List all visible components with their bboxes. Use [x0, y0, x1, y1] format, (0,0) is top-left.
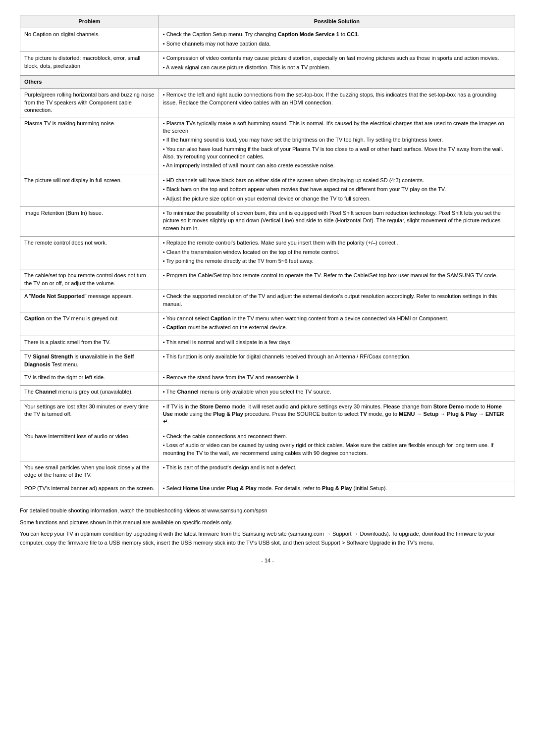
solution-cell: This smell is normal and will dissipate …	[159, 336, 515, 350]
table-row: The Channel menu is grey out (unavailabl…	[20, 386, 515, 400]
problem-cell: You see small particles when you look cl…	[20, 461, 159, 482]
solution-item: The Channel menu is only available when …	[163, 388, 511, 396]
solution-cell: Replace the remote control's batteries. …	[159, 237, 515, 269]
solution-item: Select Home Use under Plug & Play mode. …	[163, 485, 511, 492]
troubleshoot-table: Problem Possible Solution No Caption on …	[20, 15, 515, 497]
problem-cell: The picture will not display in full scr…	[20, 174, 159, 206]
table-row: You see small particles when you look cl…	[20, 461, 515, 482]
table-row: The picture is distorted: macroblock, er…	[20, 52, 515, 76]
solution-cell: Compression of video contents may cause …	[159, 52, 515, 76]
solution-cell: HD channels will have black bars on eith…	[159, 174, 515, 206]
solution-item: This function is only available for digi…	[163, 353, 511, 360]
solution-cell: You cannot select Caption in the TV menu…	[159, 312, 515, 336]
solution-cell: Plasma TVs typically make a soft humming…	[159, 117, 515, 174]
problem-cell: Plasma TV is making humming noise.	[20, 117, 159, 174]
col2-header: Possible Solution	[159, 15, 515, 28]
solution-item: To minimize the possibility of screen bu…	[163, 209, 511, 232]
problem-cell: Purple/green rolling horizontal bars and…	[20, 89, 159, 117]
table-row: The picture will not display in full scr…	[20, 174, 515, 206]
solution-cell: Program the Cable/Set top box remote con…	[159, 269, 515, 290]
solution-item: Replace the remote control's batteries. …	[163, 239, 511, 247]
solution-item: Program the Cable/Set top box remote con…	[163, 272, 511, 279]
solution-cell: Remove the stand base from the TV and re…	[159, 371, 515, 385]
solution-item: Caption must be activated on the externa…	[163, 324, 511, 331]
solution-item: You cannot select Caption in the TV menu…	[163, 315, 511, 322]
solution-item: Compression of video contents may cause …	[163, 54, 511, 62]
problem-cell: No Caption on digital channels.	[20, 28, 159, 52]
problem-cell: Caption on the TV menu is greyed out.	[20, 312, 159, 336]
table-row: Plasma TV is making humming noise.Plasma…	[20, 117, 515, 174]
footer-section: For detailed trouble shooting informatio…	[20, 506, 515, 547]
solution-item: This smell is normal and will dissipate …	[163, 339, 511, 346]
solution-item: If TV is in the Store Demo mode, it will…	[163, 403, 511, 426]
solution-cell: Check the supported resolution of the TV…	[159, 290, 515, 312]
col1-header: Problem	[20, 15, 159, 28]
solution-cell: Remove the left and right audio connecti…	[159, 89, 515, 117]
solution-item: Loss of audio or video can be caused by …	[163, 442, 511, 457]
table-row: TV is tilted to the right or left side.R…	[20, 371, 515, 385]
footer-line2: Some functions and pictures shown in thi…	[20, 518, 515, 527]
solution-cell: The Channel menu is only available when …	[159, 386, 515, 400]
problem-cell: There is a plastic smell from the TV.	[20, 336, 159, 350]
solution-item: Check the Caption Setup menu. Try changi…	[163, 31, 511, 38]
table-row: A "Mode Not Supported" message appears.C…	[20, 290, 515, 312]
solution-cell: Check the Caption Setup menu. Try changi…	[159, 28, 515, 52]
solution-item: Adjust the picture size option on your e…	[163, 195, 511, 202]
problem-cell: The cable/set top box remote control doe…	[20, 269, 159, 290]
solution-item: This is part of the product's design and…	[163, 464, 511, 471]
problem-cell: The Channel menu is grey out (unavailabl…	[20, 386, 159, 400]
table-row: Caption on the TV menu is greyed out.You…	[20, 312, 515, 336]
problem-cell: The remote control does not work.	[20, 237, 159, 269]
table-row: Purple/green rolling horizontal bars and…	[20, 89, 515, 117]
section-header-row: Others	[20, 75, 515, 88]
table-row: The cable/set top box remote control doe…	[20, 269, 515, 290]
solution-cell: Select Home Use under Plug & Play mode. …	[159, 482, 515, 496]
table-row: The remote control does not work.Replace…	[20, 237, 515, 269]
problem-cell: POP (TV's internal banner ad) appears on…	[20, 482, 159, 496]
problem-cell: TV Signal Strength is unavailable in the…	[20, 351, 159, 371]
solution-cell: If TV is in the Store Demo mode, it will…	[159, 400, 515, 430]
solution-item: If the humming sound is loud, you may ha…	[163, 136, 511, 144]
solution-item: Remove the left and right audio connecti…	[163, 91, 511, 106]
section-header-cell: Others	[20, 75, 515, 88]
solution-item: Some channels may not have caption data.	[163, 40, 511, 48]
table-row: You have intermittent loss of audio or v…	[20, 430, 515, 461]
problem-cell: The picture is distorted: macroblock, er…	[20, 52, 159, 76]
solution-item: Clean the transmission window located on…	[163, 249, 511, 256]
table-row: POP (TV's internal banner ad) appears on…	[20, 482, 515, 496]
solution-item: Remove the stand base from the TV and re…	[163, 374, 511, 381]
problem-cell: Image Retention (Burn In) Issue.	[20, 207, 159, 237]
solution-item: Black bars on the top and bottom appear …	[163, 186, 511, 193]
problem-cell: TV is tilted to the right or left side.	[20, 371, 159, 385]
solution-item: You can also have loud humming if the ba…	[163, 146, 511, 161]
page-number: - 14 -	[20, 557, 515, 563]
solution-item: Check the cable connections and reconnec…	[163, 433, 511, 440]
footer-line3: You can keep your TV in optimum conditio…	[20, 530, 515, 547]
solution-item: A weak signal can cause picture distorti…	[163, 64, 511, 71]
solution-item: Plasma TVs typically make a soft humming…	[163, 120, 511, 135]
table-row: No Caption on digital channels.Check the…	[20, 28, 515, 52]
solution-cell: This is part of the product's design and…	[159, 461, 515, 482]
footer-line1: For detailed trouble shooting informatio…	[20, 506, 515, 515]
solution-item: Try pointing the remote directly at the …	[163, 257, 511, 265]
solution-item: HD channels will have black bars on eith…	[163, 177, 511, 184]
table-row: Image Retention (Burn In) Issue.To minim…	[20, 207, 515, 237]
solution-cell: This function is only available for digi…	[159, 351, 515, 371]
table-row: There is a plastic smell from the TV.Thi…	[20, 336, 515, 350]
solution-cell: Check the cable connections and reconnec…	[159, 430, 515, 461]
solution-item: An improperly installed of wall mount ca…	[163, 162, 511, 169]
solution-cell: To minimize the possibility of screen bu…	[159, 207, 515, 237]
solution-item: Check the supported resolution of the TV…	[163, 293, 511, 308]
table-row: Your settings are lost after 30 minutes …	[20, 400, 515, 430]
table-row: TV Signal Strength is unavailable in the…	[20, 351, 515, 371]
problem-cell: You have intermittent loss of audio or v…	[20, 430, 159, 461]
problem-cell: Your settings are lost after 30 minutes …	[20, 400, 159, 430]
problem-cell: A "Mode Not Supported" message appears.	[20, 290, 159, 312]
